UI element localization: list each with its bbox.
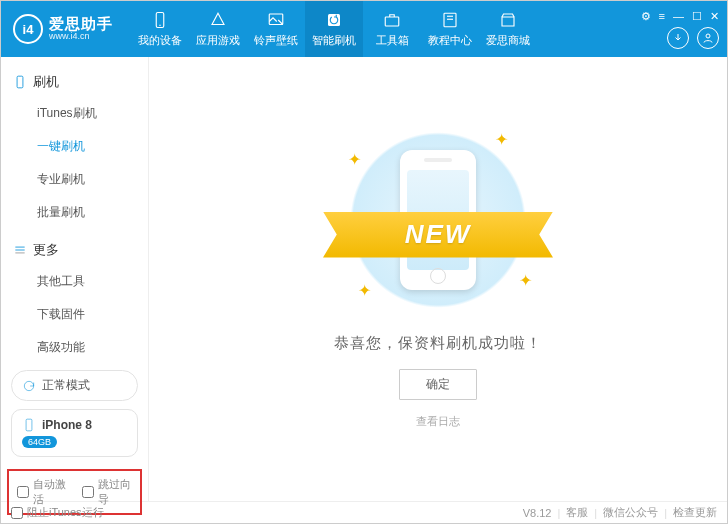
service-link[interactable]: 客服 [566, 505, 588, 520]
block-itunes-checkbox[interactable]: 阻止iTunes运行 [11, 505, 104, 520]
nav-ringtone[interactable]: 铃声壁纸 [247, 1, 305, 57]
new-ribbon: NEW [323, 212, 553, 258]
main-content: ✦ ✦ ✦ ✦ NEW 恭喜您，保资料刷机成功啦！ 确定 查看日志 [149, 57, 727, 501]
sidebar-head-flash[interactable]: 刷机 [1, 67, 148, 97]
book-icon [441, 11, 459, 29]
check-update-link[interactable]: 检查更新 [673, 505, 717, 520]
mode-button[interactable]: 正常模式 [11, 370, 138, 401]
svg-rect-4 [385, 17, 399, 26]
ok-button[interactable]: 确定 [399, 369, 477, 400]
ribbon-text: NEW [405, 219, 472, 250]
nav-label: 爱思商城 [486, 33, 530, 48]
auto-activate-input[interactable] [17, 486, 29, 498]
tshirt-icon[interactable]: ≡ [659, 10, 665, 23]
device-box[interactable]: iPhone 8 64GB [11, 409, 138, 457]
sidebar-item-download-fw[interactable]: 下载固件 [1, 298, 148, 331]
mode-label: 正常模式 [42, 377, 90, 394]
nav-label: 教程中心 [428, 33, 472, 48]
nav-my-device[interactable]: 我的设备 [131, 1, 189, 57]
device-phone-icon [22, 418, 36, 432]
close-button[interactable]: ✕ [710, 10, 719, 23]
header-right: ⚙ ≡ — ☐ ✕ [641, 10, 719, 49]
sparkle-icon: ✦ [495, 130, 508, 149]
sidebar-item-batch-flash[interactable]: 批量刷机 [1, 196, 148, 229]
maximize-button[interactable]: ☐ [692, 10, 702, 23]
version-label: V8.12 [523, 507, 552, 519]
title-bar: i4 爱思助手 www.i4.cn 我的设备 应用游戏 铃声壁纸 智能刷机 工具… [1, 1, 727, 57]
briefcase-icon [383, 11, 401, 29]
window-controls: ⚙ ≡ — ☐ ✕ [641, 10, 719, 23]
sparkle-icon: ✦ [519, 271, 532, 290]
main-nav: 我的设备 应用游戏 铃声壁纸 智能刷机 工具箱 教程中心 爱思商城 [131, 1, 537, 57]
svg-rect-13 [26, 419, 32, 431]
skip-guide-input[interactable] [82, 486, 94, 498]
sidebar-group-flash: 刷机 iTunes刷机 一键刷机 专业刷机 批量刷机 [1, 67, 148, 229]
apps-icon [209, 11, 227, 29]
auto-activate-checkbox[interactable]: 自动激活 [17, 477, 68, 507]
skip-guide-checkbox[interactable]: 跳过向导 [82, 477, 133, 507]
block-itunes-label: 阻止iTunes运行 [27, 505, 104, 520]
menu-icon [13, 243, 27, 257]
sync-icon [22, 379, 36, 393]
sidebar-item-other-tools[interactable]: 其他工具 [1, 265, 148, 298]
sidebar-group-more: 更多 其他工具 下载固件 高级功能 [1, 235, 148, 364]
minimize-button[interactable]: — [673, 10, 684, 23]
skip-guide-label: 跳过向导 [98, 477, 133, 507]
phone-outline-icon [13, 75, 27, 89]
nav-label: 应用游戏 [196, 33, 240, 48]
phone-icon [151, 11, 169, 29]
download-button[interactable] [667, 27, 689, 49]
wechat-link[interactable]: 微信公众号 [603, 505, 658, 520]
device-name: iPhone 8 [42, 418, 92, 432]
refresh-icon [325, 11, 343, 29]
svg-rect-9 [17, 76, 23, 88]
storage-badge: 64GB [22, 436, 57, 448]
shop-icon [499, 11, 517, 29]
nav-toolbox[interactable]: 工具箱 [363, 1, 421, 57]
user-button[interactable] [697, 27, 719, 49]
nav-label: 智能刷机 [312, 33, 356, 48]
success-illustration: ✦ ✦ ✦ ✦ NEW [338, 120, 538, 320]
sparkle-icon: ✦ [348, 150, 361, 169]
sidebar-head-more[interactable]: 更多 [1, 235, 148, 265]
nav-tutorial[interactable]: 教程中心 [421, 1, 479, 57]
success-message: 恭喜您，保资料刷机成功啦！ [334, 334, 542, 353]
sidebar-head-label: 刷机 [33, 73, 59, 91]
view-log-link[interactable]: 查看日志 [416, 414, 460, 429]
auto-activate-label: 自动激活 [33, 477, 68, 507]
app-logo: i4 爱思助手 www.i4.cn [13, 14, 113, 44]
settings-icon[interactable]: ⚙ [641, 10, 651, 23]
sidebar-head-label: 更多 [33, 241, 59, 259]
app-name: 爱思助手 [49, 16, 113, 33]
nav-label: 铃声壁纸 [254, 33, 298, 48]
nav-label: 工具箱 [376, 33, 409, 48]
nav-label: 我的设备 [138, 33, 182, 48]
image-icon [267, 11, 285, 29]
sidebar-item-oneclick-flash[interactable]: 一键刷机 [1, 130, 148, 163]
svg-rect-5 [444, 13, 456, 27]
nav-flash[interactable]: 智能刷机 [305, 1, 363, 57]
nav-apps[interactable]: 应用游戏 [189, 1, 247, 57]
app-url: www.i4.cn [49, 32, 113, 42]
nav-shop[interactable]: 爱思商城 [479, 1, 537, 57]
block-itunes-input[interactable] [11, 507, 23, 519]
sidebar-item-advanced[interactable]: 高级功能 [1, 331, 148, 364]
sidebar-item-itunes-flash[interactable]: iTunes刷机 [1, 97, 148, 130]
sparkle-icon: ✦ [358, 281, 371, 300]
sidebar-item-pro-flash[interactable]: 专业刷机 [1, 163, 148, 196]
sidebar: 刷机 iTunes刷机 一键刷机 专业刷机 批量刷机 更多 其他工具 下载固件 … [1, 57, 149, 501]
svg-point-8 [706, 34, 710, 38]
logo-icon: i4 [13, 14, 43, 44]
